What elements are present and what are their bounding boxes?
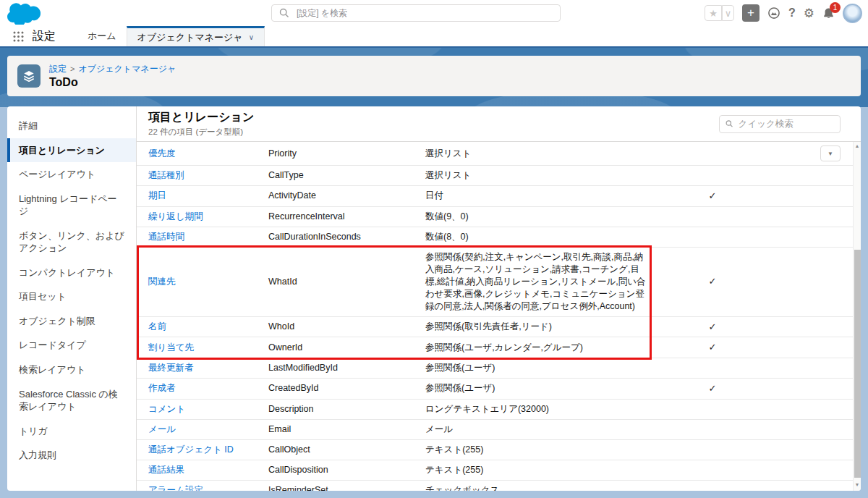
table-row: 期日ActivityDate日付✓ — [137, 186, 853, 207]
tab-home[interactable]: ホーム — [77, 26, 127, 46]
field-label-link[interactable]: 関連先 — [148, 276, 268, 288]
trailhead-guidance-icon[interactable] — [767, 7, 780, 20]
field-label-link[interactable]: 通話オブジェクト ID — [148, 444, 268, 456]
field-label-link[interactable]: コメント — [148, 403, 268, 415]
table-row: 関連先WhatId参照関係(契約,注文,キャンペーン,取引先,商談,商品,納入商… — [137, 248, 853, 317]
fields-panel: 項目とリレーション 22 件の項目 (データ型順) 優先度Priority選択リ… — [136, 106, 861, 491]
field-api-name: Priority — [268, 148, 425, 160]
field-data-type: 日付 — [425, 190, 650, 202]
sidebar-item[interactable]: コンパクトレイアウト — [7, 261, 136, 285]
field-label-link[interactable]: 通話時間 — [148, 231, 268, 243]
field-api-name: CallType — [268, 169, 425, 182]
field-api-name: RecurrenceInterval — [268, 211, 425, 223]
field-api-name: CallDurationInSeconds — [268, 231, 425, 243]
field-api-name: LastModifiedById — [268, 362, 425, 374]
salesforce-logo — [7, 1, 41, 28]
field-data-type: 参照関係(ユーザ,カレンダー,グループ) — [425, 342, 650, 354]
field-api-name: CallDisposition — [268, 464, 425, 476]
quick-find-input[interactable] — [739, 119, 834, 129]
indexed-check-icon: ✓ — [650, 275, 775, 288]
scrollbar-thumb[interactable] — [854, 250, 861, 478]
field-data-type: 参照関係(ユーザ) — [425, 382, 650, 394]
field-data-type: 参照関係(契約,注文,キャンペーン,取引先,商談,商品,納入商品,ケース,ソリュ… — [425, 251, 650, 313]
field-label-link[interactable]: 通話結果 — [148, 464, 268, 476]
field-api-name: IsReminderSet — [268, 484, 425, 491]
breadcrumb: 設定>オブジェクトマネージャ — [49, 63, 176, 75]
header-actions: ★ ∨ + ? ⚙ 1 — [705, 0, 862, 26]
setup-gear-icon[interactable]: ⚙ — [804, 6, 814, 21]
sidebar-item[interactable]: Salesforce Classic の検索レイアウト — [7, 382, 136, 419]
chevron-down-icon: ∨ — [249, 33, 254, 41]
field-api-name: WhoId — [268, 321, 425, 333]
field-label-link[interactable]: 最終更新者 — [148, 362, 268, 374]
field-api-name: WhatId — [268, 276, 425, 288]
field-label-link[interactable]: 優先度 — [148, 148, 268, 160]
sidebar-item[interactable]: ボタン、リンク、およびアクション — [7, 224, 136, 261]
table-row: メールEmailメール — [137, 420, 853, 440]
field-data-type: 参照関係(ユーザ) — [425, 362, 650, 374]
user-avatar[interactable] — [843, 4, 862, 23]
setup-nav-bar: 設定 ホームオブジェクトマネージャ∨ — [0, 26, 868, 46]
indexed-check-icon: ✓ — [650, 382, 775, 395]
field-data-type: 選択リスト — [425, 169, 650, 182]
sidebar-item[interactable]: 項目とリレーション — [7, 138, 136, 163]
object-manager-sidebar: 詳細項目とリレーションページレイアウトLightning レコードページボタン、… — [7, 106, 136, 491]
indexed-check-icon: ✓ — [650, 190, 775, 203]
sidebar-item[interactable]: 入力規則 — [7, 443, 136, 468]
field-label-link[interactable]: 作成者 — [148, 382, 268, 394]
favorites-dropdown-button[interactable]: ∨ — [722, 5, 734, 21]
quick-create-button[interactable]: + — [742, 4, 760, 22]
app-launcher-icon[interactable] — [0, 26, 33, 46]
sidebar-item[interactable]: 項目セット — [7, 284, 136, 309]
notification-badge: 1 — [830, 2, 841, 13]
field-label-link[interactable]: 名前 — [148, 321, 268, 333]
table-row: コメントDescriptionロングテキストエリア(32000) — [137, 400, 853, 420]
field-label-link[interactable]: 繰り返し期間 — [148, 211, 268, 223]
table-row: 繰り返し期間RecurrenceInterval数値(9、0) — [137, 207, 853, 227]
field-label-link[interactable]: メール — [148, 423, 268, 436]
field-label-link[interactable]: アラーム設定 — [148, 484, 268, 491]
section-title: 項目とリレーション — [148, 110, 254, 125]
app-name: 設定 — [33, 26, 77, 46]
row-actions: ▼ — [775, 145, 853, 161]
field-data-type: 数値(9、0) — [425, 211, 650, 223]
object-icon — [17, 64, 41, 88]
fields-table: 優先度Priority選択リスト▼通話種別CallType選択リスト期日Acti… — [137, 142, 853, 491]
global-search — [271, 4, 561, 22]
vertical-scrollbar[interactable]: ▲ ▼ — [853, 142, 861, 491]
tab-object-manager[interactable]: オブジェクトマネージャ∨ — [127, 26, 265, 46]
sidebar-item[interactable]: トリガ — [7, 419, 136, 444]
help-icon[interactable]: ? — [788, 7, 796, 20]
page-title: ToDo — [49, 76, 176, 89]
search-icon — [726, 119, 733, 128]
row-dropdown-button[interactable]: ▼ — [820, 145, 841, 161]
sidebar-item[interactable]: ページレイアウト — [7, 162, 136, 187]
sidebar-item[interactable]: オブジェクト制限 — [7, 309, 136, 334]
field-api-name: Description — [268, 403, 425, 415]
field-label-link[interactable]: 期日 — [148, 190, 268, 202]
scroll-up-arrow-icon[interactable]: ▲ — [854, 142, 861, 151]
field-api-name: ActivityDate — [268, 190, 425, 202]
sidebar-item[interactable]: 詳細 — [7, 114, 136, 138]
table-row: 通話時間CallDurationInSeconds数値(8、0) — [137, 227, 853, 248]
tab-label: ホーム — [88, 30, 116, 43]
salesforce-setup-window: ★ ∨ + ? ⚙ 1 — [0, 0, 868, 498]
sidebar-item[interactable]: レコードタイプ — [7, 333, 136, 358]
favorites-star-icon[interactable]: ★ — [705, 5, 722, 21]
field-data-type: 参照関係(取引先責任者,リード) — [425, 321, 650, 333]
sidebar-item[interactable]: 検索レイアウト — [7, 358, 136, 382]
table-row: 優先度Priority選択リスト▼ — [137, 142, 853, 166]
global-search-input[interactable] — [297, 8, 553, 18]
field-label-link[interactable]: 割り当て先 — [148, 342, 268, 354]
sidebar-item[interactable]: Lightning レコードページ — [7, 187, 136, 224]
field-label-link[interactable]: 通話種別 — [148, 169, 268, 182]
indexed-check-icon: ✓ — [650, 321, 775, 334]
field-data-type: 選択リスト — [425, 148, 650, 160]
breadcrumb-object-manager-link[interactable]: オブジェクトマネージャ — [78, 64, 176, 74]
table-row: アラーム設定IsReminderSetチェックボックス — [137, 481, 853, 491]
indexed-check-icon: ✓ — [650, 341, 775, 354]
table-row: 名前WhoId参照関係(取引先責任者,リード)✓ — [137, 317, 853, 338]
breadcrumb-separator: > — [70, 64, 75, 73]
scroll-down-arrow-icon[interactable]: ▼ — [854, 481, 861, 489]
breadcrumb-setup-link[interactable]: 設定 — [49, 64, 67, 74]
